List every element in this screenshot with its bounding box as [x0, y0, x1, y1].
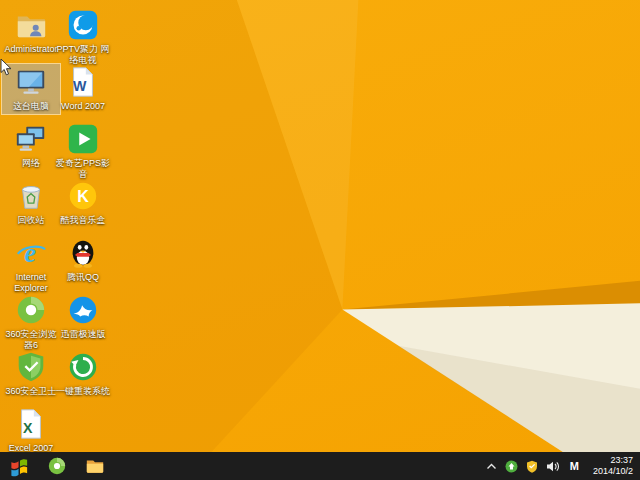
- taskbar-360-browser-button[interactable]: [38, 452, 76, 480]
- icon-label: 迅雷极速版: [61, 329, 106, 340]
- tray-updater-icon[interactable]: [505, 452, 518, 480]
- desktop-icon-360-safeguard[interactable]: 360安全卫士: [2, 349, 60, 399]
- computer-icon: [14, 65, 48, 99]
- update-arrow-icon: [505, 460, 518, 473]
- chevron-up-icon: [486, 462, 497, 471]
- icon-label: Internet Explorer: [2, 272, 60, 294]
- excel-icon: X: [14, 407, 48, 441]
- icon-label: 回收站: [18, 215, 45, 226]
- folder-icon: [85, 456, 105, 476]
- shield-icon: [526, 460, 538, 473]
- clock-date: 2014/10/2: [593, 466, 633, 477]
- iqiyi-pps-icon: [66, 122, 100, 156]
- desktop-icon-network[interactable]: 网络: [2, 121, 60, 171]
- pptv-icon: [66, 8, 100, 42]
- speaker-icon: [546, 460, 560, 473]
- svg-text:K: K: [77, 187, 89, 205]
- word-icon: W: [66, 65, 100, 99]
- show-hidden-icons-button[interactable]: [486, 452, 497, 480]
- svg-text:W: W: [73, 78, 87, 94]
- desktop-icon-recycle-bin[interactable]: 回收站: [2, 178, 60, 228]
- desktop-icon-kuwo-music[interactable]: K 酷我音乐盒: [54, 178, 112, 228]
- taskbar-file-explorer-button[interactable]: [76, 452, 114, 480]
- icon-label: 酷我音乐盒: [61, 215, 106, 226]
- windows-logo-icon: [9, 456, 30, 477]
- desktop-icon-word-2007[interactable]: W Word 2007: [54, 64, 112, 114]
- desktop-icon-excel-2007[interactable]: X Excel 2007: [2, 406, 60, 456]
- 360-browser-icon: [14, 293, 48, 327]
- icon-label: 爱奇艺PPS影音: [54, 158, 112, 180]
- icon-label: 360安全卫士: [5, 386, 56, 397]
- tray-security-icon[interactable]: [526, 452, 538, 480]
- kuwo-icon: K: [66, 179, 100, 213]
- icon-label: 360安全浏览器6: [2, 329, 60, 351]
- system-tray: M 23:37 2014/10/2: [486, 452, 640, 480]
- recycle-bin-icon: [14, 179, 48, 213]
- icon-label: 一键重装系统: [56, 386, 110, 397]
- tray-volume-icon[interactable]: [546, 452, 560, 480]
- desktop-icon-internet-explorer[interactable]: e Internet Explorer: [2, 235, 60, 296]
- network-icon: [14, 122, 48, 156]
- icon-label: 这台电脑: [13, 101, 49, 112]
- svg-text:X: X: [23, 420, 33, 436]
- icon-label: 腾讯QQ: [67, 272, 99, 283]
- desktop-icon-reinstall-system[interactable]: 一键重装系统: [54, 349, 112, 399]
- internet-explorer-icon: e: [14, 236, 48, 270]
- desktop-icon-administrator[interactable]: Administrator: [2, 7, 60, 57]
- input-method-indicator[interactable]: M: [568, 460, 581, 472]
- reinstall-icon: [66, 350, 100, 384]
- desktop-icon-this-pc[interactable]: 这台电脑: [2, 64, 60, 114]
- start-button[interactable]: [0, 452, 38, 480]
- qq-penguin-icon: [66, 236, 100, 270]
- desktop-icon-pptv[interactable]: PPTV聚力 网络电视: [54, 7, 112, 68]
- svg-text:e: e: [24, 238, 36, 268]
- taskbar: M 23:37 2014/10/2: [0, 452, 640, 480]
- desktop-icon-iqiyi-pps[interactable]: 爱奇艺PPS影音: [54, 121, 112, 182]
- 360-browser-icon: [47, 456, 67, 476]
- desktop-icon-tencent-qq[interactable]: 腾讯QQ: [54, 235, 112, 285]
- xunlei-bird-icon: [66, 293, 100, 327]
- clock-time: 23:37: [593, 455, 633, 466]
- taskbar-clock[interactable]: 23:37 2014/10/2: [589, 455, 633, 477]
- user-folder-icon: [14, 8, 48, 42]
- icon-label: 网络: [22, 158, 40, 169]
- icon-label: Word 2007: [61, 101, 105, 112]
- desktop-icon-360-browser[interactable]: 360安全浏览器6: [2, 292, 60, 353]
- icon-label: PPTV聚力 网络电视: [54, 44, 112, 66]
- 360-shield-icon: [14, 350, 48, 384]
- desktop-icon-xunlei[interactable]: 迅雷极速版: [54, 292, 112, 342]
- icon-label: Administrator: [4, 44, 57, 55]
